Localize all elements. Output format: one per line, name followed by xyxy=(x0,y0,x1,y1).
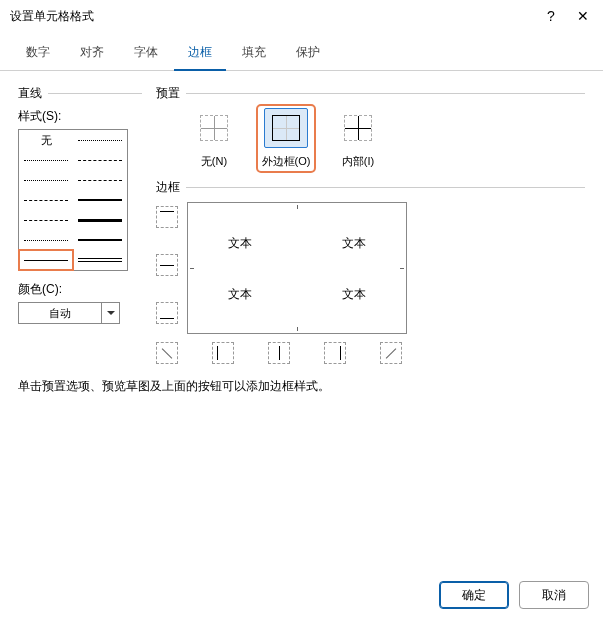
title-bar: 设置单元格格式 ? ✕ xyxy=(0,0,603,32)
preset-outer[interactable]: 外边框(O) xyxy=(258,106,314,171)
line-style-2[interactable] xyxy=(19,150,73,170)
tab-font[interactable]: 字体 xyxy=(120,38,172,71)
color-value: 自动 xyxy=(19,306,101,321)
preset-row: 无(N) 外边框(O) 内部(I) xyxy=(186,108,585,169)
content-area: 直线 样式(S): 无 颜色(C): xyxy=(0,71,603,569)
dialog-title: 设置单元格格式 xyxy=(10,8,535,25)
tab-bar: 数字 对齐 字体 边框 填充 保护 xyxy=(0,32,603,71)
line-style-5[interactable] xyxy=(73,170,127,190)
tick-icon xyxy=(297,205,298,209)
preview-text: 文本 xyxy=(342,286,366,303)
preset-none-label: 无(N) xyxy=(201,154,227,169)
preview-text: 文本 xyxy=(342,235,366,252)
line-style-11[interactable] xyxy=(73,230,127,250)
line-style-3[interactable] xyxy=(73,150,127,170)
border-side-buttons-horizontal xyxy=(156,342,585,364)
color-label: 颜色(C): xyxy=(18,281,142,298)
line-style-1[interactable] xyxy=(73,130,127,150)
color-select[interactable]: 自动 xyxy=(18,302,120,324)
line-style-6[interactable] xyxy=(19,190,73,210)
border-btn-mid-v[interactable] xyxy=(268,342,290,364)
style-label: 样式(S): xyxy=(18,108,142,125)
line-group: 直线 样式(S): 无 颜色(C): xyxy=(18,85,142,362)
right-column: 预置 无(N) 外边框(O) 内部(I) 边框 xyxy=(156,85,585,362)
preset-none[interactable]: 无(N) xyxy=(186,108,242,169)
border-btn-diag2[interactable] xyxy=(380,342,402,364)
border-btn-bottom[interactable] xyxy=(156,302,178,324)
preset-inner-label: 内部(I) xyxy=(342,154,374,169)
tick-icon xyxy=(297,327,298,331)
tab-fill[interactable]: 填充 xyxy=(228,38,280,71)
preview-text: 文本 xyxy=(228,286,252,303)
line-style-12-selected[interactable] xyxy=(19,250,73,270)
line-style-8[interactable] xyxy=(19,210,73,230)
border-btn-diag1[interactable] xyxy=(156,342,178,364)
border-side-buttons-vertical xyxy=(156,202,180,324)
tab-number[interactable]: 数字 xyxy=(12,38,64,71)
border-btn-right[interactable] xyxy=(324,342,346,364)
hint-text: 单击预置选项、预览草图及上面的按钮可以添加边框样式。 xyxy=(18,378,585,395)
color-dropdown-icon[interactable] xyxy=(101,303,119,323)
line-group-label: 直线 xyxy=(18,85,42,102)
tick-icon xyxy=(190,268,194,269)
border-btn-top[interactable] xyxy=(156,206,178,228)
line-style-13[interactable] xyxy=(73,250,127,270)
tick-icon xyxy=(400,268,404,269)
border-preview[interactable]: 文本 文本 文本 文本 xyxy=(187,202,407,334)
divider xyxy=(186,93,585,94)
preset-group-label: 预置 xyxy=(156,85,180,102)
help-button[interactable]: ? xyxy=(535,4,567,28)
line-style-7[interactable] xyxy=(73,190,127,210)
cancel-button[interactable]: 取消 xyxy=(519,581,589,609)
tab-border[interactable]: 边框 xyxy=(174,38,226,71)
line-style-9[interactable] xyxy=(73,210,127,230)
line-style-list[interactable]: 无 xyxy=(18,129,128,271)
chevron-down-icon xyxy=(107,311,115,315)
line-style-none[interactable]: 无 xyxy=(19,130,73,150)
tab-align[interactable]: 对齐 xyxy=(66,38,118,71)
dialog-footer: 确定 取消 xyxy=(0,569,603,621)
border-btn-mid-h[interactable] xyxy=(156,254,178,276)
preview-text: 文本 xyxy=(228,235,252,252)
border-btn-left[interactable] xyxy=(212,342,234,364)
tab-protect[interactable]: 保护 xyxy=(282,38,334,71)
line-style-4[interactable] xyxy=(19,170,73,190)
preset-outer-label: 外边框(O) xyxy=(262,154,311,169)
divider xyxy=(48,93,142,94)
ok-button[interactable]: 确定 xyxy=(439,581,509,609)
line-style-10[interactable] xyxy=(19,230,73,250)
close-button[interactable]: ✕ xyxy=(567,4,599,28)
preset-inner[interactable]: 内部(I) xyxy=(330,108,386,169)
border-group-label: 边框 xyxy=(156,179,180,196)
divider xyxy=(186,187,585,188)
